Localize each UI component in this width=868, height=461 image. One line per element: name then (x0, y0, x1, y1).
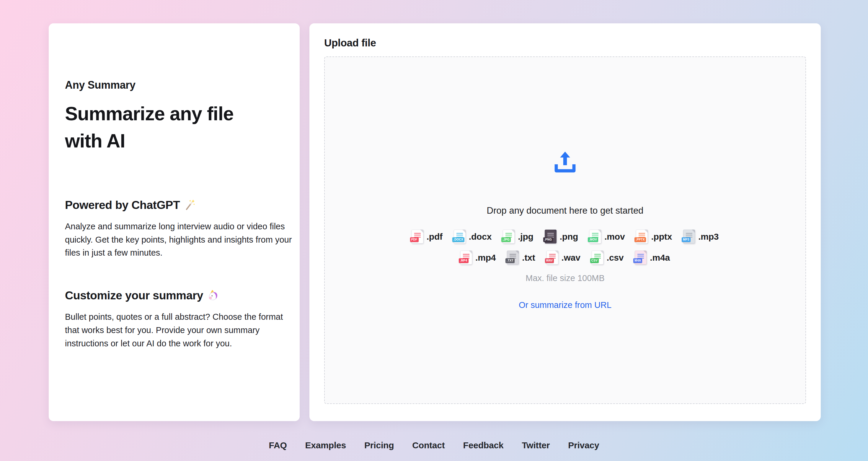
magic-wand-emoji (184, 199, 196, 211)
footer-link-privacy[interactable]: Privacy (568, 440, 599, 450)
mp3-file-icon: MP3 (683, 230, 695, 243)
doc-lines (686, 233, 692, 238)
brand-name: Any Summary (65, 79, 283, 91)
file-type-label: .mov (604, 232, 625, 242)
file-type-chip: .TXT .txt (507, 251, 535, 264)
file-type-label: .mp3 (698, 232, 719, 242)
feature-title: Customize your summary (65, 289, 283, 302)
file-type-label: .m4a (650, 253, 670, 263)
file-type-label: .txt (522, 253, 535, 263)
feature-title-text: Powered by ChatGPT (65, 199, 180, 211)
file-type-label: .mp4 (475, 253, 496, 263)
file-types-row-2: .MP4 .mp4 .TXT .txt WAV .wav CSV .csv M4… (460, 251, 670, 264)
file-types-row-1: PDF .pdf .DOCX .docx .JPG .jpg .PNG .png… (411, 230, 719, 243)
footer-link-contact[interactable]: Contact (412, 440, 445, 450)
doc-lines (414, 233, 421, 238)
footer-link-examples[interactable]: Examples (305, 440, 346, 450)
feature-title-text: Customize your summary (65, 289, 203, 302)
file-type-chip: WAV .wav (547, 251, 581, 264)
file-type-chip: .DOCX .docx (454, 230, 492, 243)
file-badge: .JPG (501, 237, 511, 242)
intro-card: Any Summary Summarize any file with AI P… (49, 23, 300, 421)
file-type-chip: .MP4 .mp4 (460, 251, 496, 264)
upload-card-title: Upload file (324, 37, 806, 49)
pptx-file-icon: .PPTX (636, 230, 648, 243)
summarize-from-url-link[interactable]: Or summarize from URL (519, 300, 612, 310)
doc-lines (594, 254, 601, 259)
unicorn-emoji (207, 290, 219, 301)
file-badge: .TXT (505, 258, 515, 263)
file-badge: PDF (410, 237, 418, 242)
mov-file-icon: .MOV (589, 230, 601, 243)
upload-card: Upload file Drop any document here to ge… (309, 23, 821, 421)
wav-file-icon: WAV (547, 251, 558, 264)
mp4-file-icon: .MP4 (460, 251, 472, 264)
footer-link-feedback[interactable]: Feedback (463, 440, 504, 450)
feature-body: Analyze and summarize long interview aud… (65, 220, 293, 260)
file-badge: WAV (545, 258, 554, 263)
file-type-chip: PDF .pdf (411, 230, 442, 243)
file-badge: .PPTX (634, 237, 646, 242)
footer-nav: FAQ Examples Pricing Contact Feedback Tw… (0, 440, 868, 450)
jpg-file-icon: .JPG (503, 230, 515, 243)
file-type-chip: M4A .m4a (635, 251, 670, 264)
png-file-icon: .PNG (545, 230, 557, 243)
file-type-label: .csv (607, 253, 624, 263)
m4a-file-icon: M4A (635, 251, 647, 264)
file-badge: .MP4 (459, 258, 469, 263)
page: Any Summary Summarize any file with AI P… (0, 0, 868, 421)
doc-lines (547, 233, 554, 238)
file-badge: .DOCX (452, 237, 464, 242)
upload-icon (552, 150, 578, 175)
pdf-file-icon: PDF (411, 230, 423, 243)
feature-body: Bullet points, quotes or a full abstract… (65, 310, 293, 350)
file-type-label: .wav (562, 253, 581, 263)
max-file-size-note: Max. file size 100MB (526, 273, 604, 283)
file-type-label: .pptx (651, 232, 672, 242)
footer-link-faq[interactable]: FAQ (269, 440, 287, 450)
doc-lines (509, 254, 516, 259)
file-type-chip: .MOV .mov (589, 230, 625, 243)
file-type-chip: CSV .csv (592, 251, 624, 264)
file-type-label: .pdf (427, 232, 442, 242)
doc-lines (639, 233, 645, 238)
file-badge: .PNG (543, 237, 553, 242)
file-badge: .MOV (588, 237, 598, 242)
footer-link-pricing[interactable]: Pricing (364, 440, 394, 450)
file-type-label: .png (560, 232, 578, 242)
feature-title: Powered by ChatGPT (65, 199, 283, 211)
footer-link-twitter[interactable]: Twitter (522, 440, 550, 450)
file-type-chip: .JPG .jpg (503, 230, 533, 243)
file-badge: MP3 (682, 237, 690, 242)
file-type-chip: MP3 .mp3 (683, 230, 719, 243)
file-type-chip: .PPTX .pptx (636, 230, 672, 243)
doc-lines (592, 233, 598, 238)
docx-file-icon: .DOCX (454, 230, 466, 243)
file-type-label: .jpg (518, 232, 533, 242)
doc-lines (549, 254, 556, 259)
file-badge: M4A (633, 258, 642, 263)
headline: Summarize any file with AI (65, 100, 272, 155)
dropzone-heading: Drop any document here to get started (487, 205, 644, 216)
feature-customize: Customize your summary Bullet points, qu… (65, 289, 283, 350)
doc-lines (638, 254, 644, 259)
txt-file-icon: .TXT (507, 251, 519, 264)
feature-powered-by: Powered by ChatGPT Analyze and summarize… (65, 199, 283, 260)
doc-lines (505, 233, 512, 238)
file-dropzone[interactable]: Drop any document here to get started PD… (324, 56, 806, 404)
doc-lines (463, 254, 469, 259)
csv-file-icon: CSV (592, 251, 603, 264)
doc-lines (457, 233, 463, 238)
file-badge: CSV (590, 258, 599, 263)
file-type-label: .docx (469, 232, 492, 242)
file-type-chip: .PNG .png (545, 230, 578, 243)
